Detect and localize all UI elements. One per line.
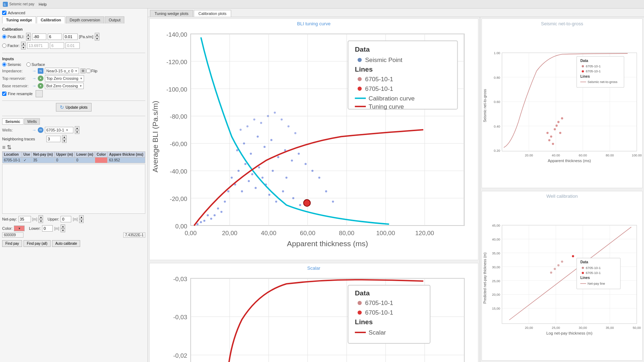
svg-text:0.40: 0.40 [494, 125, 500, 128]
peak-bli-unit-down[interactable]: ▼ [95, 37, 99, 41]
peak-bli-val3[interactable] [63, 33, 78, 40]
find-pay-all-button[interactable]: Find pay (all) [24, 240, 51, 247]
advanced-label: Advanced [8, 11, 25, 15]
table-row[interactable]: 6705-10-1 ✓ 35 0 0 63.952 [2, 157, 145, 163]
svg-text:6705-10-1: 6705-10-1 [586, 266, 601, 270]
svg-point-51 [220, 211, 223, 213]
upper-up[interactable]: ▲ [79, 215, 84, 219]
auto-calibrate-button[interactable]: Auto calibrate [52, 240, 80, 247]
factor-val3[interactable] [66, 42, 80, 49]
net-pay-input[interactable] [19, 216, 31, 222]
surface-label: Surface [32, 62, 45, 67]
tab-calibration[interactable]: Calibration [37, 16, 65, 24]
sub-tab-wells[interactable]: Wells [24, 118, 40, 125]
base-reservoir-dropdown[interactable]: Bot Zero Crossing ▼ [45, 83, 84, 89]
net-pay-up[interactable]: ▲ [38, 215, 43, 219]
update-plots-button[interactable]: ↻ Update plots [56, 103, 92, 112]
svg-point-158 [556, 125, 558, 127]
factor-radio[interactable] [2, 43, 6, 48]
wells-arrow-icon: → [32, 128, 36, 133]
seismic-radio[interactable] [2, 62, 6, 67]
net-pay-spinners: ▲ ▼ [38, 215, 43, 223]
wells-spin-up[interactable]: ▲ [75, 126, 79, 130]
impedance-settings-btn[interactable]: ⚙ [80, 68, 85, 73]
lower-down[interactable]: ▼ [61, 228, 65, 232]
svg-point-197 [554, 268, 556, 270]
well-calibration-svg: 45,00 40,00 35,00 30,00 25,00 20,00 15,0… [482, 200, 642, 360]
svg-text:35,00: 35,00 [606, 326, 614, 330]
fine-resample-checkbox[interactable] [2, 92, 6, 96]
factor-spin-up[interactable]: ▲ [21, 42, 26, 46]
svg-point-74 [240, 129, 242, 131]
lower-unit: [m] [54, 227, 59, 231]
advanced-checkbox[interactable] [2, 11, 6, 15]
neighboring-spin-up[interactable]: ▲ [62, 135, 67, 139]
tab-calibration-plots[interactable]: Calibration plots [194, 10, 231, 17]
left-plots: BLI tuning curve [148, 17, 480, 362]
upper-input[interactable] [61, 216, 71, 222]
svg-point-36 [251, 173, 253, 175]
svg-point-204 [582, 267, 584, 269]
peak-bli-val1[interactable] [32, 33, 46, 40]
tab-depth-conversion[interactable]: Depth conversion [66, 16, 104, 24]
svg-text:Data: Data [355, 289, 370, 297]
lower-input[interactable] [42, 225, 53, 232]
find-pay-button[interactable]: Find pay [2, 240, 22, 247]
svg-point-83 [303, 200, 310, 206]
svg-point-64 [270, 139, 272, 141]
net-pay-down[interactable]: ▼ [38, 219, 43, 223]
base-reservoir-value: Bot Zero Crossing [46, 84, 78, 88]
factor-spinners: ▲ ▼ [21, 42, 26, 50]
svg-point-67 [291, 160, 293, 162]
svg-point-160 [559, 132, 561, 134]
svg-text:Data: Data [355, 46, 370, 53]
svg-text:30,00: 30,00 [492, 265, 500, 269]
svg-point-155 [550, 135, 552, 138]
tab-output[interactable]: Output [105, 16, 124, 24]
neighboring-spin-down[interactable]: ▼ [62, 139, 67, 143]
svg-point-48 [299, 204, 301, 206]
tab-tuning-wedge-plots[interactable]: Tuning wedge plots [150, 10, 193, 17]
factor-val2[interactable] [50, 42, 64, 49]
sub-tab-seismic[interactable]: Seismic [2, 118, 24, 125]
upper-down[interactable]: ▼ [79, 219, 84, 223]
svg-text:0,00: 0,00 [185, 229, 197, 237]
app-logo: S Seismic net pay [3, 2, 35, 7]
svg-text:50,00: 50,00 [633, 326, 641, 330]
factor-spin-down[interactable]: ▼ [21, 46, 26, 50]
tab-tuning-wedge[interactable]: Tuning wedge [2, 16, 36, 24]
svg-point-37 [258, 166, 260, 169]
impedance-dropdown[interactable]: Near3-15 o_c 0 ▼ [45, 68, 79, 74]
color-swatch[interactable]: ▼ [14, 226, 25, 231]
peak-bli-spin-down[interactable]: ▼ [26, 37, 31, 41]
color-dropdown-arrow: ▼ [18, 227, 21, 230]
wells-dropdown[interactable]: 6705-10-1 ▼ [45, 127, 73, 133]
svg-point-56 [203, 220, 206, 222]
scalar-title: Scalar [307, 265, 321, 271]
svg-point-161 [561, 117, 563, 119]
table-btn1[interactable]: ≡ [2, 144, 5, 151]
peak-bli-val2[interactable] [48, 33, 62, 40]
col-net-pay: Net-pay (m) [32, 152, 54, 157]
svg-point-86 [358, 58, 362, 62]
surface-radio[interactable] [26, 62, 31, 67]
flip-checkbox[interactable] [86, 69, 90, 73]
seismic-radio-label: Seismic [2, 62, 21, 67]
factor-val1[interactable] [27, 42, 48, 49]
wells-type-icon: W [38, 127, 43, 133]
wells-spin-down[interactable]: ▼ [75, 130, 79, 134]
top-reservoir-dropdown[interactable]: Top Zero Crossing ▼ [45, 75, 84, 82]
table-btn2[interactable]: ⇅ [7, 144, 11, 151]
help-menu[interactable]: Help [39, 2, 47, 6]
svg-text:Seismic Point: Seismic Point [365, 56, 402, 63]
peak-bli-unit-up[interactable]: ▲ [95, 33, 99, 37]
svg-text:Predicted net-pay thickness (m: Predicted net-pay thickness (m) [483, 253, 487, 304]
peak-bli-spin-up[interactable]: ▲ [26, 33, 31, 37]
wells-table: Location Use Net-pay (m) Upper (m) Lower… [2, 151, 145, 163]
svg-text:Tuning curve: Tuning curve [369, 103, 404, 110]
peak-bli-radio[interactable] [2, 35, 6, 39]
neighboring-traces-input[interactable] [46, 136, 61, 142]
svg-text:Calibration curve: Calibration curve [369, 95, 415, 102]
lower-up[interactable]: ▲ [61, 224, 65, 228]
seismic-ntg-svg: 1.00 0.80 0.60 0.40 0.20 20.00 40.00 60.… [482, 27, 642, 188]
